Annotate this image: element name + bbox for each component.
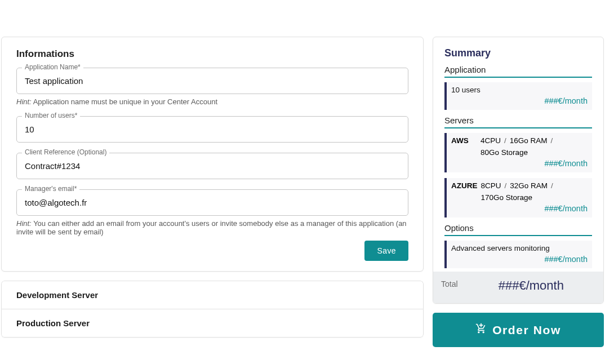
client-ref-input[interactable]	[16, 153, 408, 179]
server1-storage: 80Go Storage	[481, 148, 528, 157]
summary-app-price: ###€/month	[451, 96, 588, 105]
summary-total-label: Total	[441, 278, 458, 288]
summary-app-line: 10 users	[451, 86, 588, 94]
servers-accordion: Development Server Production Server	[1, 281, 424, 338]
actions-row: Save	[16, 241, 408, 261]
num-users-label: Number of users*	[22, 112, 80, 119]
server2-ram: 32Go RAM	[510, 181, 548, 190]
server1-ram: 16Go RAM	[510, 136, 548, 145]
summary-application-header: Application	[444, 65, 592, 78]
summary-title: Summary	[444, 47, 592, 59]
order-now-label: Order Now	[492, 323, 561, 337]
summary-server2-block: AZURE 8CPU / 32Go RAM / 170Go Storage ##…	[444, 178, 592, 217]
manager-email-field: Manager's email* Hint: You can either ad…	[16, 189, 408, 236]
app-name-input[interactable]	[16, 68, 408, 94]
dev-server-header: Development Server	[2, 281, 423, 309]
option1-label: Advanced servers monitoring	[451, 244, 588, 252]
client-ref-label: Client Reference (Optional)	[22, 148, 109, 156]
app-name-hint: Hint: Application name must be unique in…	[16, 97, 408, 106]
option1-price: ###€/month	[451, 255, 588, 264]
cart-icon	[475, 323, 487, 337]
informations-title: Informations	[16, 48, 408, 60]
summary-card: Summary Application 10 users ###€/month …	[433, 37, 604, 304]
server2-cpu: 8CPU	[481, 181, 501, 190]
server1-provider: AWS	[451, 136, 477, 145]
client-ref-field: Client Reference (Optional)	[16, 153, 408, 179]
summary-total-row: Total ###€/month	[433, 272, 603, 303]
manager-email-input[interactable]	[16, 189, 408, 216]
server2-price: ###€/month	[451, 204, 588, 213]
prod-server-accordion[interactable]: Production Server	[1, 309, 424, 338]
num-users-input[interactable]	[16, 116, 408, 143]
summary-option1-block: Advanced servers monitoring ###€/month	[444, 241, 592, 268]
manager-email-label: Manager's email*	[22, 185, 79, 193]
dev-server-accordion[interactable]: Development Server	[1, 281, 424, 309]
summary-server1-block: AWS 4CPU / 16Go RAM / 80Go Storage ###€/…	[444, 133, 592, 172]
summary-options-header: Options	[444, 223, 592, 236]
save-button[interactable]: Save	[364, 241, 408, 261]
app-name-label: Application Name*	[22, 63, 83, 71]
summary-servers-header: Servers	[444, 116, 592, 128]
server1-price: ###€/month	[451, 159, 588, 168]
prod-server-header: Production Server	[2, 309, 423, 337]
server2-storage: 170Go Storage	[481, 193, 533, 202]
num-users-field: Number of users*	[16, 116, 408, 143]
server1-cpu: 4CPU	[481, 136, 501, 145]
server2-provider: AZURE	[451, 181, 478, 190]
order-now-button[interactable]: Order Now	[433, 313, 604, 347]
summary-total-value: ###€/month	[467, 278, 595, 293]
manager-email-hint: Hint: You can either add an email from y…	[16, 219, 408, 236]
informations-card: Informations Application Name* Hint: App…	[1, 37, 424, 272]
summary-application-block: 10 users ###€/month	[444, 82, 592, 110]
app-name-field: Application Name* Hint: Application name…	[16, 68, 408, 106]
